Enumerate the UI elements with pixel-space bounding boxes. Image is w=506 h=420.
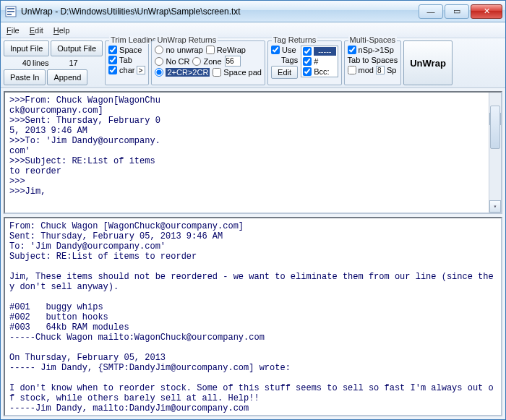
scroll-thumb[interactable]: [490, 106, 500, 149]
unwrap-returns-group: UnWrap Returns no unwrap ReWrap No CR Zo…: [151, 40, 265, 85]
mod-input[interactable]: [376, 66, 385, 74]
menu-help[interactable]: Help: [53, 26, 70, 35]
lines-count: 40: [4, 59, 31, 67]
trim-char-checkbox[interactable]: [108, 66, 117, 74]
tag-returns-group: Tag Returns Use Tags Edit ----- # Bcc:: [267, 40, 342, 85]
twocr-radio[interactable]: [155, 68, 163, 77]
unwrap-legend: UnWrap Returns: [155, 35, 218, 44]
trim-tab-checkbox[interactable]: [108, 56, 117, 64]
append-button[interactable]: Append: [47, 69, 87, 85]
svg-rect-2: [7, 11, 14, 12]
input-file-button[interactable]: Input File: [4, 40, 49, 56]
multi-legend: Multi-Spaces: [348, 35, 398, 44]
no-cr-radio[interactable]: [155, 57, 163, 66]
use-checkbox[interactable]: [271, 46, 280, 54]
tag-edit-button[interactable]: Edit: [271, 66, 298, 79]
input-pane[interactable]: >>>From: Chuck Wagon[WagonChu ck@ourcomp…: [4, 91, 502, 214]
input-text: >>>From: Chuck Wagon[WagonChu ck@ourcomp…: [9, 95, 160, 197]
app-icon: [5, 6, 17, 17]
app-window: UnWrap - D:\WindowsUtilities\UnWrap\Samp…: [0, 0, 506, 420]
trim-space-checkbox[interactable]: [108, 46, 117, 54]
other-count: 17: [51, 59, 78, 67]
svg-rect-3: [7, 14, 12, 15]
tab-to-spaces-label: Tab to Spaces: [348, 56, 398, 64]
trim-char-input[interactable]: [137, 66, 145, 74]
maximize-button[interactable]: ▭: [445, 4, 469, 19]
trim-leading-group: Trim Leading Space Tab char: [105, 40, 149, 85]
output-file-button[interactable]: Output File: [51, 40, 103, 56]
tag-legend: Tag Returns: [272, 35, 317, 44]
tag-opt3-checkbox[interactable]: [303, 67, 312, 76]
zone-radio[interactable]: [192, 57, 201, 66]
file-group: Input File Output File 40 lines 17 Paste…: [4, 40, 103, 85]
no-unwrap-radio[interactable]: [155, 46, 163, 54]
unwrap-button[interactable]: UnWrap: [403, 40, 453, 85]
close-button[interactable]: ✕: [471, 4, 502, 19]
tag-opt2-checkbox[interactable]: [303, 57, 312, 66]
scroll-down-icon[interactable]: ▾: [489, 200, 501, 213]
spacepad-checkbox[interactable]: [213, 68, 221, 77]
window-buttons: — ▭ ✕: [419, 4, 502, 19]
toolbar: Input File Output File 40 lines 17 Paste…: [1, 38, 505, 88]
paste-in-button[interactable]: Paste In: [4, 69, 46, 85]
nsp-checkbox[interactable]: [348, 46, 356, 54]
svg-rect-1: [7, 8, 14, 9]
tags-label: Tags: [271, 56, 298, 64]
menubar: File Edit Help: [1, 22, 505, 38]
content-panes: >>>From: Chuck Wagon[WagonChu ck@ourcomp…: [1, 88, 505, 419]
window-title: UnWrap - D:\WindowsUtilities\UnWrap\Samp…: [21, 7, 419, 17]
input-scrollbar[interactable]: ▴ ▾: [489, 93, 501, 213]
output-pane[interactable]: From: Chuck Wagon [WagonChuck@ourcompany…: [4, 217, 502, 416]
zone-input[interactable]: [225, 56, 241, 67]
minimize-button[interactable]: —: [419, 4, 443, 19]
titlebar[interactable]: UnWrap - D:\WindowsUtilities\UnWrap\Samp…: [1, 1, 505, 22]
output-text: From: Chuck Wagon [WagonChuck@ourcompany…: [9, 221, 494, 413]
multi-spaces-group: Multi-Spaces nSp->1Sp Tab to Spaces modS…: [344, 40, 402, 85]
rewrap-checkbox[interactable]: [206, 46, 215, 54]
tag-opt1-checkbox[interactable]: [303, 47, 312, 56]
menu-edit[interactable]: Edit: [30, 26, 43, 35]
lines-label: lines: [33, 59, 49, 67]
mod-checkbox[interactable]: [348, 66, 356, 74]
menu-file[interactable]: File: [7, 26, 20, 35]
